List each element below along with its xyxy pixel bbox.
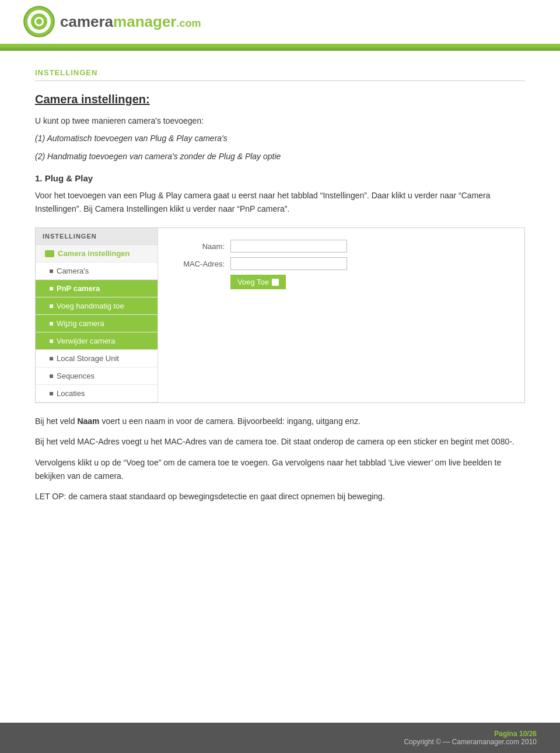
page-number: Pagina 10/26 bbox=[494, 730, 537, 738]
naam-label: Naam: bbox=[172, 242, 225, 251]
sidebar-label-wijzig: Wijzig camera bbox=[57, 319, 104, 328]
sidebar-header: INSTELLINGEN bbox=[36, 228, 158, 245]
bullet-cameras bbox=[50, 269, 53, 273]
svg-point-4 bbox=[36, 19, 42, 24]
sidebar-label-cameras: Camera's bbox=[57, 267, 89, 275]
top-bar bbox=[0, 46, 560, 51]
naam-row: Naam: bbox=[172, 240, 510, 253]
mac-label: MAC-Adres: bbox=[172, 260, 225, 268]
mac-input[interactable] bbox=[230, 257, 347, 270]
sidebar-item-wijzig[interactable]: Wijzig camera bbox=[36, 315, 158, 332]
bullet-verwijder bbox=[50, 339, 53, 343]
sidebar: INSTELLINGEN Camera instellingen Camera'… bbox=[36, 228, 158, 402]
bullet-storage bbox=[50, 357, 53, 360]
header: cameramanager.com bbox=[0, 0, 560, 46]
main-panel: Naam: MAC-Adres: Voeg Toe bbox=[158, 228, 524, 402]
sidebar-label-camera-instellingen: Camera instellingen bbox=[58, 249, 130, 258]
intro-line2: (1) Automatisch toevoegen van Plug & Pla… bbox=[35, 132, 525, 145]
plug-play-title: 1. Plug & Play bbox=[35, 173, 525, 183]
body-text-3: Vervolgens klikt u op de “Voeg toe” om d… bbox=[35, 456, 525, 483]
intro-line3: (2) Handmatig toevoegen van camera's zon… bbox=[35, 150, 525, 163]
camera-icon bbox=[45, 250, 54, 257]
body-text-2: Bij het veld MAC-Adres voegt u het MAC-A… bbox=[35, 435, 525, 449]
logo: cameramanager.com bbox=[23, 6, 201, 38]
section-heading: INSTELLINGEN bbox=[35, 68, 525, 81]
footer-text: Pagina 10/26 Copyright © — Cameramanager… bbox=[404, 730, 537, 746]
bullet-wijzig bbox=[50, 322, 53, 325]
sidebar-item-camera-instellingen[interactable]: Camera instellingen bbox=[36, 245, 158, 262]
sidebar-item-locaties[interactable]: Locaties bbox=[36, 385, 158, 402]
sidebar-item-cameras[interactable]: Camera's bbox=[36, 262, 158, 280]
bullet-pnp bbox=[50, 287, 53, 290]
voeg-toe-button[interactable]: Voeg Toe bbox=[230, 275, 286, 289]
sidebar-label-locaties: Locaties bbox=[57, 389, 85, 398]
logo-icon bbox=[23, 6, 55, 38]
voeg-toe-icon bbox=[272, 279, 279, 286]
sidebar-label-verwijder: Verwijder camera bbox=[57, 337, 115, 345]
sidebar-item-verwijder[interactable]: Verwijder camera bbox=[36, 332, 158, 350]
intro-line1: U kunt op twee manieren camera's toevoeg… bbox=[35, 114, 525, 127]
bullet-sequences bbox=[50, 374, 53, 378]
sidebar-item-sequences[interactable]: Sequences bbox=[36, 367, 158, 385]
naam-input[interactable] bbox=[230, 240, 347, 253]
sidebar-item-pnp-camera[interactable]: PnP camera bbox=[36, 280, 158, 297]
plug-play-text: Voor het toevoegen van een Plug & Play c… bbox=[35, 189, 525, 216]
sidebar-label-sequences: Sequences bbox=[57, 372, 94, 380]
content: INSTELLINGEN Camera instellingen: U kunt… bbox=[0, 51, 560, 545]
mac-row: MAC-Adres: bbox=[172, 257, 510, 270]
logo-text: cameramanager.com bbox=[60, 13, 201, 31]
sidebar-item-local-storage[interactable]: Local Storage Unit bbox=[36, 350, 158, 367]
sidebar-label-pnp: PnP camera bbox=[57, 284, 100, 293]
copyright: Copyright © — Cameramanager.com 2010 bbox=[404, 738, 537, 746]
voeg-toe-label: Voeg Toe bbox=[237, 278, 269, 286]
bullet-voeg bbox=[50, 304, 53, 308]
bullet-locaties bbox=[50, 392, 53, 395]
body-text-4: LET OP: de camera staat standaard op bew… bbox=[35, 490, 525, 503]
footer: Pagina 10/26 Copyright © — Cameramanager… bbox=[0, 723, 560, 753]
page-title: Camera instellingen: bbox=[35, 93, 525, 106]
body-text-1: Bij het veld Naam voert u een naam in vo… bbox=[35, 415, 525, 428]
ui-panel: INSTELLINGEN Camera instellingen Camera'… bbox=[35, 227, 525, 403]
sidebar-label-voeg: Voeg handmatig toe bbox=[57, 302, 124, 310]
sidebar-item-voeg-handmatig[interactable]: Voeg handmatig toe bbox=[36, 297, 158, 315]
sidebar-label-storage: Local Storage Unit bbox=[57, 354, 119, 363]
